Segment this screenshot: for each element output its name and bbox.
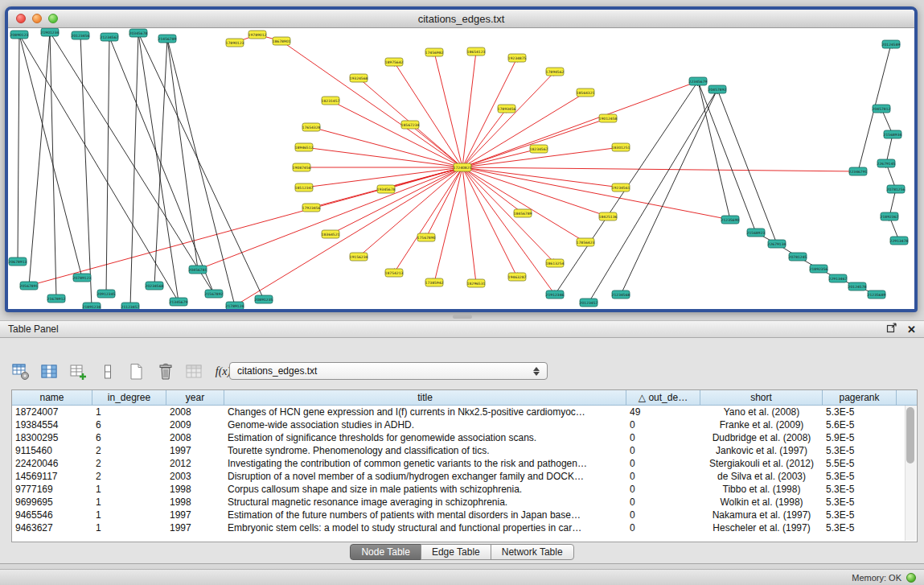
window-titlebar[interactable]: citations_edges.txt [8, 10, 914, 28]
graph-edge [698, 81, 756, 233]
graph-node-label: 21456789 [158, 37, 177, 41]
delete-table-button[interactable] [154, 361, 176, 383]
show-columns-button[interactable] [39, 361, 60, 383]
graph-node-label: 18754213 [385, 271, 404, 275]
cell-title: Estimation of the future numbers of pati… [224, 509, 626, 521]
cell-name: 14569117 [12, 470, 92, 483]
graph-node-label: 22679145 [877, 162, 896, 166]
cell-title: Embryonic stem cells: a model to study s… [224, 521, 626, 534]
cell-short: Dudbridge et al. (2008) [700, 431, 823, 444]
graph-node-label: 21789124 [226, 304, 244, 308]
network-canvas[interactable]: 1724082118301251190124581856432117894562… [8, 28, 914, 309]
table-select-value: citations_edges.txt [237, 365, 529, 377]
table-select-dropdown[interactable]: citations_edges.txt [229, 362, 548, 380]
table-row[interactable]: 946554611997Estimation of the future num… [12, 509, 917, 521]
cell-year: 1998 [166, 496, 224, 509]
float-panel-icon[interactable] [886, 322, 897, 336]
close-panel-icon[interactable]: ✕ [907, 324, 916, 335]
memory-status-label: Memory: OK [852, 573, 901, 583]
graph-node-label: 20123456 [72, 34, 90, 38]
graph-node-label: 18512347 [295, 186, 314, 190]
create-column-button[interactable] [68, 361, 89, 383]
network-graph[interactable]: 1724082118301251190124581856432117894562… [8, 28, 914, 309]
status-bar: Memory: OK [0, 569, 924, 585]
graph-node-label: 22345679 [689, 80, 708, 84]
graph-node-label: 17856423 [577, 241, 595, 245]
cell-short: Nakamura et al. (1997) [700, 509, 823, 521]
column-header-out_degree[interactable]: △ out_de… [626, 390, 700, 406]
minimize-window-button[interactable] [32, 14, 42, 23]
graph-node-label: 20457812 [873, 107, 891, 111]
table-row[interactable]: 1456911722003Disruption of a novel membe… [12, 470, 917, 483]
close-window-button[interactable] [16, 14, 26, 23]
scrollbar-thumb[interactable] [906, 407, 914, 463]
row-mode-button[interactable] [97, 361, 118, 383]
graph-node-label: 21678912 [47, 297, 66, 301]
graph-node-label: 21568923 [747, 231, 766, 235]
table-row[interactable]: 1938455462009Genome-wide association stu… [12, 418, 917, 431]
network-window: citations_edges.txt 17240821183012511901… [5, 6, 918, 312]
column-header-title[interactable]: title [224, 390, 626, 406]
graph-node-label: 21892367 [881, 215, 899, 219]
graph-node-label: 18425136 [599, 215, 618, 219]
graph-node-label: 18301251 [612, 146, 630, 150]
column-header-in_degree[interactable]: in_degree [92, 390, 166, 406]
graph-node-label: 21567892 [205, 292, 224, 296]
column-header-pagerank[interactable]: pagerank [823, 390, 897, 406]
graph-node-label: 20678913 [9, 260, 27, 264]
graph-edge [304, 167, 462, 187]
table-row[interactable]: 1872400712008Changes of HCN gene express… [12, 406, 917, 418]
column-header-short[interactable]: short [700, 390, 823, 406]
graph-node-label: 18231457 [322, 99, 340, 103]
table-row[interactable]: 946362711997Embryonic stem cells: a mode… [12, 521, 917, 534]
graph-node-label: 21234568 [612, 293, 630, 297]
table-row[interactable]: 969969511998Structural magnetic resonanc… [12, 496, 917, 509]
zoom-window-button[interactable] [48, 14, 58, 23]
graph-node-label: 21235690 [721, 218, 740, 222]
cell-in_degree: 6 [92, 418, 166, 431]
import-table-button[interactable] [183, 361, 205, 383]
graph-node-label: 18567234 [401, 123, 420, 127]
graph-node-label: 21345679 [170, 300, 188, 304]
cell-pagerank: 5.3E-5 [823, 483, 897, 496]
table-row[interactable]: 977716911998Corpus callosum shape and si… [12, 483, 917, 496]
table-row[interactable]: 2242004622012Investigating the contribut… [12, 457, 917, 470]
graph-node-label: 18456789 [514, 212, 532, 216]
graph-edge [462, 167, 608, 216]
cell-year: 2008 [166, 431, 224, 444]
column-header-year[interactable]: year [166, 390, 224, 406]
cell-short: Hescheler et al. (1997) [700, 521, 823, 534]
table-mode-button[interactable] [10, 361, 31, 383]
graph-edge [18, 35, 19, 262]
table-tabs: Node Table Edge Table Network Table [0, 544, 924, 560]
graph-node-label: 20123457 [580, 301, 598, 305]
cell-in_degree: 1 [92, 483, 166, 496]
table-row[interactable]: 911546021997Tourette syndrome. Phenomeno… [12, 444, 917, 457]
table-header-row: namein_degreeyeartitle△ out_de…shortpage… [12, 390, 917, 406]
graph-node-label: 18946512 [295, 146, 314, 150]
cell-out_degree: 49 [626, 406, 700, 418]
tab-network-table[interactable]: Network Table [491, 544, 574, 560]
column-header-name[interactable]: name [12, 390, 92, 406]
new-table-button[interactable] [125, 361, 147, 383]
cell-title: Estimation of significance thresholds fo… [224, 431, 626, 444]
graph-node-label: 17567890 [417, 236, 436, 240]
tab-edge-table[interactable]: Edge Table [421, 544, 491, 560]
column-header-filler [897, 390, 917, 406]
cell-year: 1997 [166, 444, 224, 457]
graph-node-label: 19345678 [377, 187, 396, 192]
graph-node-label: 21123457 [121, 305, 140, 309]
graph-node-label: 20124578 [848, 285, 867, 289]
cell-pagerank: 5.3E-5 [823, 444, 897, 457]
table-scrollbar[interactable] [905, 406, 916, 541]
cell-title: Investigating the contribution of common… [224, 457, 626, 470]
graph-node-label: 19234561 [612, 186, 630, 190]
tab-node-table[interactable]: Node Table [350, 544, 421, 560]
splitter-handle[interactable] [453, 315, 472, 319]
graph-node-label: 18975642 [385, 60, 404, 64]
graph-node-label: 20567891 [20, 284, 39, 288]
table-row[interactable]: 1830029562008Estimation of significance … [12, 431, 917, 444]
table-toolbar: f(x) [10, 360, 234, 383]
graph-node-label: 22346791 [849, 170, 868, 174]
graph-edge [304, 147, 462, 167]
